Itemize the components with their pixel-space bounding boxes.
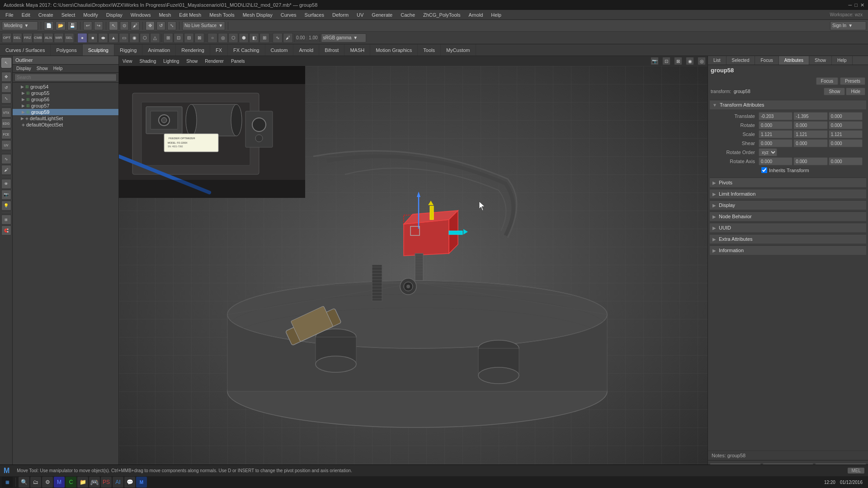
expand-icon[interactable]: ▶ [22,110,26,114]
menu-cache[interactable]: Cache [397,11,419,19]
colorspace-dropdown[interactable]: sRGB gamma ▼ [321,33,366,42]
hide-btn[interactable]: Hide [846,88,865,95]
menu-help[interactable]: Help [487,11,505,19]
select2-btn[interactable]: SEL [64,33,74,43]
taskbar-icon-2[interactable]: 🗂 [30,477,41,488]
rotate-y-field[interactable]: 0.000 [793,121,827,129]
align-btn[interactable]: ALN [43,33,53,43]
torus-btn[interactable]: ◉ [129,33,139,43]
uv-mode-btn[interactable]: UV [1,140,11,150]
rotate-axis-z-field[interactable]: 0.000 [829,157,863,165]
rotate-axis-y-field[interactable]: 0.000 [793,157,827,165]
open-btn[interactable]: 📂 [56,21,66,30]
tab-mycustom[interactable]: MyCustom [441,44,476,56]
window-controls[interactable]: ─ □ ✕ [849,2,864,8]
camera-sel-btn[interactable]: 📷 [651,57,659,65]
mode-dropdown[interactable]: Modeling ▼ [2,21,38,30]
presets-btn[interactable]: Presets [840,77,865,85]
menu-curves[interactable]: Curves [277,11,300,19]
prism-btn[interactable]: ⬡ [140,33,150,43]
taskbar-icon-7[interactable]: AI [113,477,123,488]
menu-arnold[interactable]: Arnold [465,11,487,19]
scale-x-field[interactable]: 1.121 [759,130,793,138]
menu-file[interactable]: File [2,11,17,19]
scale-y-field[interactable]: 1.121 [793,130,827,138]
tab-tools[interactable]: Tools [418,44,441,56]
face-btn[interactable]: ◧ [249,33,259,43]
taskbar-icon-chrome[interactable]: C [66,477,76,488]
section-node-behavior[interactable]: ▶ Node Behavior [710,211,866,221]
translate-z-field[interactable]: 0.000 [829,112,863,120]
section-pivots[interactable]: ▶ Pivots [710,178,866,187]
smooth-btn[interactable]: ◉ [686,57,694,65]
isolate-btn[interactable]: ◎ [698,57,706,65]
rotate-x-field[interactable]: 0.000 [759,121,793,129]
front-btn[interactable]: ⊟ [184,33,194,43]
minimize-btn[interactable]: ─ [849,2,852,8]
menu-deform[interactable]: Deform [329,11,352,19]
no-live-surface-dropdown[interactable]: No Live Surface ▼ [182,21,225,30]
tree-item-group54[interactable]: ▶ ⊞ group54 [13,84,118,90]
viewport-menu-renderer[interactable]: Renderer [203,59,226,64]
tab-motion-graphics[interactable]: Motion Graphics [370,44,418,56]
menu-modify[interactable]: Modify [80,11,101,19]
menu-edit-mesh[interactable]: Edit Mesh [175,11,205,19]
menu-windows[interactable]: Windows [127,11,155,19]
menu-generate[interactable]: Generate [368,11,396,19]
close-btn[interactable]: ✕ [860,2,864,8]
menu-select[interactable]: Select [58,11,79,19]
tab-sculpting[interactable]: Sculpting [83,44,114,56]
menu-mesh-tools[interactable]: Mesh Tools [206,11,238,19]
tree-item-group55[interactable]: ▶ ⊞ group55 [13,90,118,96]
viewport-menu-lighting[interactable]: Lighting [161,59,181,64]
undo-btn[interactable]: ↩ [83,21,92,30]
rp-tab-attributes[interactable]: Attributes [779,56,809,65]
tree-item-defaultLightSet[interactable]: ▶ ◈ defaultLightSet [13,115,118,122]
sculpt-mode-btn[interactable]: ∿ [1,154,11,164]
pyramid-btn[interactable]: △ [150,33,160,43]
rotate-z-field[interactable]: 0.000 [829,121,863,129]
select-tool-btn[interactable]: ↖ [109,21,118,30]
cone-btn[interactable]: ▲ [108,33,118,43]
section-transform-attributes[interactable]: ▼ Transform Attributes [710,100,866,109]
expand-icon[interactable]: ▶ [22,97,26,102]
rotate-mode-btn[interactable]: ↺ [1,83,11,93]
redo-btn[interactable]: ↪ [94,21,103,30]
delete-btn[interactable]: DEL [12,33,22,43]
rp-tab-help[interactable]: Help [832,56,853,65]
taskbar-icon-4[interactable]: M [54,477,65,488]
expand-icon[interactable]: ▶ [22,103,26,108]
taskbar-icon-1[interactable]: 🔍 [19,477,29,488]
paint-select-btn[interactable]: 🖌 [131,21,140,30]
edge-mode-btn[interactable]: EDG [1,118,11,128]
tab-fxcaching[interactable]: FX Caching [228,44,265,56]
tab-mash[interactable]: MASH [344,44,370,56]
taskbar-icon-8[interactable]: 💬 [124,477,135,488]
grid-btn[interactable]: ⊞ [1,215,11,225]
move-tool-btn[interactable]: ✥ [146,21,155,30]
scale-mode-btn[interactable]: ⤡ [1,94,11,103]
face-mode-btn[interactable]: FCE [1,129,11,139]
circle2-sel-btn[interactable]: ◎ [218,33,228,43]
paint2-btn[interactable]: 🖌 [283,33,293,43]
tab-rendering[interactable]: Rendering [176,44,210,56]
expand-icon[interactable]: ▶ [21,116,25,121]
rp-tab-selected[interactable]: Selected [726,56,755,65]
focus-btn[interactable]: Focus [816,77,838,85]
section-information[interactable]: ▶ Information [710,245,866,255]
taskbar-icon-3[interactable]: ⚙ [42,477,53,488]
perspective-btn[interactable]: ⊡ [174,33,184,43]
show-hide-btn[interactable]: 👁 [1,179,11,189]
menu-create[interactable]: Create [35,11,57,19]
tree-item-group57[interactable]: ▶ ⊞ group57 [13,103,118,109]
scale-z-field[interactable]: 1.121 [829,130,863,138]
tab-curves-surfaces[interactable]: Curves / Surfaces [0,44,51,56]
poly-btn[interactable]: ⬡ [228,33,238,43]
viewport-menu-panels[interactable]: Panels [229,59,247,64]
section-uuid[interactable]: ▶ UUID [710,223,866,232]
viewport-menu-view[interactable]: View [121,59,134,64]
perspective-toggle-btn[interactable]: ⊡ [662,57,670,65]
taskbar-start-btn[interactable]: ⊞ [2,477,13,488]
expand-icon[interactable]: ▶ [21,84,25,89]
mirror-btn[interactable]: MIR [54,33,64,43]
